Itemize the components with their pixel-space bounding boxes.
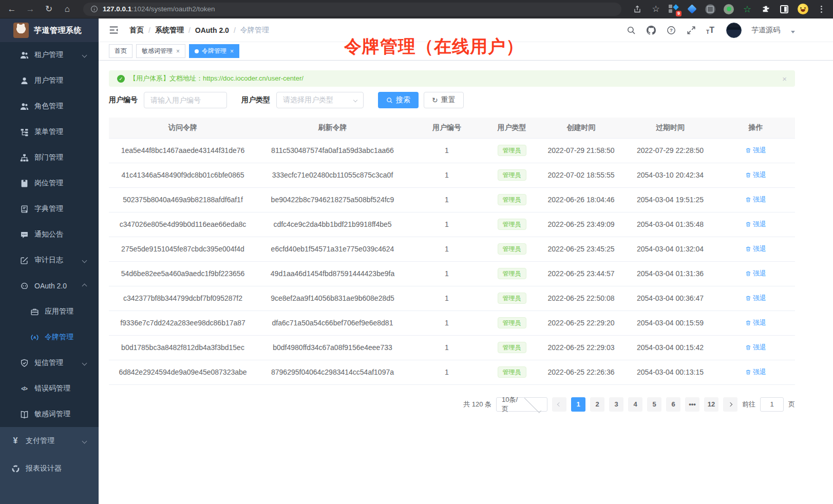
forward-icon[interactable]: → — [25, 4, 36, 15]
font-size-icon[interactable]: TT — [706, 26, 714, 35]
github-icon[interactable] — [646, 25, 656, 35]
puzzle-extensions-icon[interactable] — [760, 4, 771, 15]
sidebar-item-label: 通知公告 — [34, 230, 63, 239]
tab-home[interactable]: 首页 — [109, 44, 132, 58]
force-logout-button[interactable]: 强退 — [745, 244, 766, 254]
sidebar-item-audit-log[interactable]: 审计日志 — [0, 247, 99, 273]
user-type-select[interactable]: 请选择用户类型 — [276, 92, 364, 108]
sidebar-item-oauth[interactable]: OAuth 2.0 — [0, 273, 99, 299]
reading-list-icon[interactable] — [779, 4, 790, 15]
sidebar-item-role[interactable]: 角色管理 — [0, 93, 99, 119]
doc-alert: ✓ 【用户体系】文档地址：https://doc.iocoder.cn/user… — [109, 70, 795, 87]
sidebar-item-user[interactable]: 用户管理 — [0, 68, 99, 93]
sidebar-item-pay[interactable]: ¥ 支付管理 — [0, 427, 99, 455]
refresh-token-cell: b0df4980ffd34c67a08f9156e4eee733 — [257, 335, 408, 360]
force-logout-button[interactable]: 强退 — [745, 318, 766, 327]
sidebar-item-notice[interactable]: 通知公告 — [0, 222, 99, 247]
pagination: 共 120 条 10条/页 1 2 3 4 5 6 ••• 12 前往 — [109, 397, 795, 412]
sidebar-item-dept[interactable]: 部门管理 — [0, 145, 99, 170]
page-button-6[interactable]: 6 — [666, 397, 680, 412]
username[interactable]: 芋道源码 — [751, 26, 780, 35]
profile-avatar-icon[interactable] — [797, 4, 808, 15]
sidebar-item-report-designer[interactable]: 报表设计器 — [0, 455, 99, 482]
sidebar-item-oauth-token[interactable]: A 令牌管理 — [0, 324, 99, 350]
help-icon[interactable]: ? — [666, 25, 676, 35]
expires-cell: 2054-03-04 01:35:48 — [624, 212, 716, 237]
sidebar-item-label: 短信管理 — [34, 358, 63, 367]
collapse-sidebar-icon[interactable] — [108, 25, 119, 36]
logo[interactable]: 芋道管理系统 — [0, 18, 99, 42]
page-ellipsis[interactable]: ••• — [685, 397, 699, 412]
star-extension-icon[interactable]: ☆ — [742, 4, 753, 15]
tab-sensitive-word[interactable]: 敏感词管理 × — [136, 44, 185, 58]
force-logout-button[interactable]: 强退 — [745, 343, 766, 352]
force-logout-button[interactable]: 强退 — [745, 195, 766, 204]
address-bar[interactable]: 127.0.0.1:1024/system/oauth2/token — [83, 3, 621, 16]
chevron-down-icon — [82, 360, 87, 365]
user-id-input[interactable] — [144, 92, 227, 108]
tab-oauth-token[interactable]: 令牌管理 × — [189, 44, 239, 58]
force-logout-button[interactable]: 强退 — [745, 220, 766, 229]
breadcrumb-oauth[interactable]: OAuth 2.0 — [195, 26, 229, 34]
created-cell: 2022-06-25 22:26:36 — [538, 360, 624, 384]
page-size-select[interactable]: 10条/页 — [496, 397, 547, 412]
search-button[interactable]: 搜索 — [378, 92, 419, 108]
reload-icon[interactable]: ↻ — [43, 4, 54, 15]
share-icon[interactable] — [632, 4, 643, 15]
close-icon[interactable]: × — [230, 48, 234, 55]
expires-cell: 2054-03-04 00:15:42 — [624, 335, 716, 360]
recorder-extension-icon[interactable] — [723, 4, 734, 15]
search-icon[interactable] — [626, 25, 636, 35]
alert-close-icon[interactable]: × — [782, 74, 787, 83]
access-token-cell: f9336e7c7dd242a283ee98dc86b17a87 — [109, 311, 257, 335]
page-button-3[interactable]: 3 — [609, 397, 623, 412]
sidebar-item-menu[interactable]: 菜单管理 — [0, 119, 99, 145]
gem-extension-icon[interactable] — [686, 4, 697, 15]
sidebar-item-oauth-app[interactable]: 应用管理 — [0, 299, 99, 324]
force-logout-button[interactable]: 强退 — [745, 269, 766, 278]
doc-link[interactable]: https://doc.iocoder.cn/user-center/ — [203, 74, 304, 82]
breadcrumb-system[interactable]: 系统管理 — [155, 26, 184, 35]
page-button-12[interactable]: 12 — [704, 397, 718, 412]
sidebar-item-sms[interactable]: 短信管理 — [0, 350, 99, 376]
force-logout-button[interactable]: 强退 — [745, 170, 766, 180]
force-logout-button[interactable]: 强退 — [745, 294, 766, 303]
browser-menu-icon[interactable] — [816, 4, 827, 15]
user-id-cell: 1 — [408, 163, 485, 187]
page-button-5[interactable]: 5 — [647, 397, 661, 412]
force-logout-button[interactable]: 强退 — [745, 146, 766, 155]
access-token-cell: 1ea5e44f8bc1467aaede43144f31de76 — [109, 138, 257, 163]
extension-icon[interactable]: 9 — [669, 4, 679, 14]
col-user-id: 用户编号 — [408, 118, 485, 138]
force-logout-label: 强退 — [753, 343, 766, 352]
home-icon[interactable]: ⌂ — [62, 4, 73, 15]
bookmark-star-icon[interactable]: ☆ — [650, 4, 661, 15]
force-logout-button[interactable]: 强退 — [745, 367, 766, 377]
back-icon[interactable]: ← — [6, 4, 17, 15]
user-id-cell: 1 — [408, 335, 485, 360]
breadcrumb-home[interactable]: 首页 — [129, 26, 144, 35]
close-icon[interactable]: × — [176, 48, 180, 55]
reset-button[interactable]: ↻ 重置 — [424, 92, 464, 108]
page-button-2[interactable]: 2 — [590, 397, 604, 412]
trash-icon — [745, 295, 751, 301]
page-button-4[interactable]: 4 — [628, 397, 642, 412]
goto-page-input[interactable] — [760, 397, 784, 412]
sidebar-item-errcode[interactable]: </> 错误码管理 — [0, 376, 99, 401]
user-avatar[interactable] — [726, 23, 742, 38]
page-button-1[interactable]: 1 — [571, 397, 585, 412]
fullscreen-icon[interactable] — [686, 25, 696, 35]
sidebar-item-tenant[interactable]: 租户管理 — [0, 42, 99, 68]
sidebar-item-post[interactable]: 岗位管理 — [0, 170, 99, 196]
sidebar-item-dict[interactable]: 字典管理 — [0, 196, 99, 222]
user-type-tag: 管理员 — [498, 169, 526, 181]
alert-text: 【用户体系】文档地址：https://doc.iocoder.cn/user-c… — [129, 74, 304, 83]
col-access-token: 访问令牌 — [109, 118, 257, 138]
user-menu-caret-icon[interactable] — [791, 31, 795, 33]
sidebar-item-sensitive-word[interactable]: 敏感词管理 — [0, 401, 99, 427]
action-cell: 强退 — [716, 261, 795, 286]
command-extension-icon[interactable] — [705, 4, 716, 15]
next-page-button[interactable] — [723, 397, 737, 412]
prev-page-button[interactable] — [552, 397, 566, 412]
tab-label: 首页 — [115, 47, 127, 55]
